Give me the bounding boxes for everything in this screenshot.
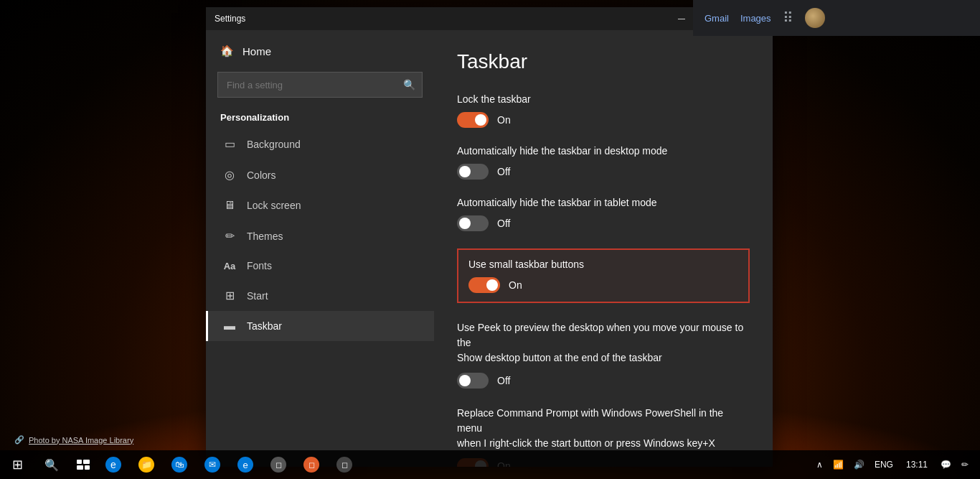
auto-hide-desktop-toggle-row: Off [457,164,750,180]
notifications-button[interactable]: 💬 [938,460,954,470]
auto-hide-tablet-toggle-row: Off [457,215,750,231]
taskbar-pinned-apps: e 📁 🛍 ✉ e ◻ ◻ ◻ [98,450,805,479]
auto-hide-desktop-knob [459,166,471,177]
sidebar-item-lock-screen[interactable]: 🖥 Lock screen [206,190,434,220]
taskbar-app-browser[interactable]: e [230,450,261,479]
small-buttons-toggle-row: On [468,277,738,293]
link-icon: 🔗 [14,435,24,445]
taskbar: ⊞ 🔍 e 📁 🛍 ✉ e ◻ ◻ ◻ [0,450,980,479]
home-label: Home [242,45,271,57]
window-body: 🏠 Home 🔍 Personalization ▭ Background ◎ … [206,30,773,467]
sidebar-item-fonts[interactable]: Aa Fonts [206,251,434,280]
taskbar-icon-sidebar: ▬ [222,320,237,332]
sidebar-item-themes[interactable]: ✏ Themes [206,220,434,251]
background-icon: ▭ [222,137,237,151]
sidebar-item-taskbar[interactable]: ▬ Taskbar [206,311,434,341]
images-link[interactable]: Images [740,13,771,24]
sidebar-item-fonts-label: Fonts [247,260,272,271]
tray-volume[interactable]: 🔊 [851,460,867,470]
sidebar-item-background-label: Background [247,139,301,150]
task-view-button[interactable] [69,450,98,479]
peek-toggle-row: Off [457,373,750,389]
pen-icon[interactable]: ✏ [958,460,971,470]
content-area: Taskbar Lock the taskbar On Automaticall… [434,30,773,467]
peek-knob [459,375,471,386]
page-title: Taskbar [457,50,750,73]
colors-icon: ◎ [222,168,237,182]
auto-hide-desktop-state: Off [497,166,510,177]
start-icon: ⊞ [222,289,237,302]
sidebar-item-background[interactable]: ▭ Background [206,129,434,159]
setting-auto-hide-tablet: Automatically hide the taskbar in tablet… [457,197,750,231]
photo-credit: 🔗 Photo by NASA Image Library [14,435,133,445]
apps-grid-icon[interactable]: ⠿ [783,9,793,27]
auto-hide-desktop-toggle[interactable] [457,164,489,180]
svg-rect-3 [85,465,90,470]
lock-taskbar-toggle-row: On [457,112,750,128]
small-buttons-label: Use small taskbar buttons [468,259,738,270]
lock-taskbar-state: On [497,114,511,126]
taskbar-app-edge[interactable]: e [98,450,129,479]
taskbar-app-explorer[interactable]: 📁 [131,450,162,479]
setting-lock-taskbar: Lock the taskbar On [457,93,750,128]
sidebar-item-start[interactable]: ⊞ Start [206,280,434,311]
sidebar-item-start-label: Start [247,290,268,302]
auto-hide-tablet-knob [459,218,471,229]
powershell-label: Replace Command Prompt with Windows Powe… [457,406,750,451]
small-buttons-state: On [509,279,522,291]
start-button[interactable]: ⊞ [0,450,34,479]
peek-state: Off [497,375,510,386]
small-buttons-knob [486,279,498,291]
setting-peek: Use Peek to preview the desktop when you… [457,320,750,389]
auto-hide-tablet-state: Off [497,218,510,229]
auto-hide-tablet-label: Automatically hide the taskbar in tablet… [457,197,750,208]
sidebar-item-colors-label: Colors [247,169,275,181]
auto-hide-desktop-label: Automatically hide the taskbar in deskto… [457,145,750,157]
taskbar-search-button[interactable]: 🔍 [34,450,69,479]
sidebar-section-title: Personalization [206,109,434,129]
sidebar: 🏠 Home 🔍 Personalization ▭ Background ◎ … [206,30,434,467]
search-input[interactable] [217,72,423,98]
svg-rect-2 [77,465,83,470]
photo-credit-link[interactable]: Photo by NASA Image Library [29,436,133,445]
tray-language[interactable]: ENG [872,460,896,470]
sidebar-item-home[interactable]: 🏠 Home [206,36,434,66]
tray-network[interactable]: 📶 [830,460,847,470]
settings-window: Settings ─ □ ✕ 🏠 Home 🔍 Personalization [206,7,773,467]
themes-icon: ✏ [222,229,237,243]
small-buttons-toggle[interactable] [468,277,500,293]
svg-rect-0 [77,460,82,464]
svg-rect-1 [83,460,90,464]
taskbar-app-mail[interactable]: ✉ [197,450,228,479]
setting-small-buttons-highlighted: Use small taskbar buttons On [457,248,750,303]
taskbar-clock[interactable]: 13:11 [900,459,933,471]
gmail-link[interactable]: Gmail [705,13,729,24]
sidebar-search[interactable]: 🔍 [217,72,423,98]
peek-label: Use Peek to preview the desktop when you… [457,320,750,366]
lock-taskbar-toggle[interactable] [457,112,489,128]
home-icon: 🏠 [220,45,234,57]
lock-taskbar-knob [475,114,486,126]
browser-bar: Gmail Images ⠿ [693,0,980,36]
sidebar-item-lock-screen-label: Lock screen [247,200,301,211]
title-bar: Settings ─ □ ✕ [206,7,773,30]
lock-taskbar-label: Lock the taskbar [457,93,750,105]
taskbar-app-misc1[interactable]: ◻ [263,450,294,479]
taskbar-app-store[interactable]: 🛍 [164,450,195,479]
system-tray: ∧ 📶 🔊 ENG 13:11 💬 ✏ [805,459,980,471]
setting-auto-hide-desktop: Automatically hide the taskbar in deskto… [457,145,750,180]
lock-screen-icon: 🖥 [222,199,237,212]
fonts-icon: Aa [222,261,237,271]
peek-toggle[interactable] [457,373,489,389]
taskbar-app-misc3[interactable]: ◻ [329,450,360,479]
clock-time: 13:11 [906,459,928,471]
sidebar-item-themes-label: Themes [247,231,283,242]
taskbar-app-misc2[interactable]: ◻ [296,450,327,479]
sidebar-item-colors[interactable]: ◎ Colors [206,159,434,190]
tray-chevron[interactable]: ∧ [814,460,826,470]
search-icon: 🔍 [403,79,415,90]
window-title: Settings [215,14,665,24]
auto-hide-tablet-toggle[interactable] [457,215,489,231]
sidebar-item-taskbar-label: Taskbar [247,320,282,332]
browser-avatar[interactable] [805,8,825,28]
